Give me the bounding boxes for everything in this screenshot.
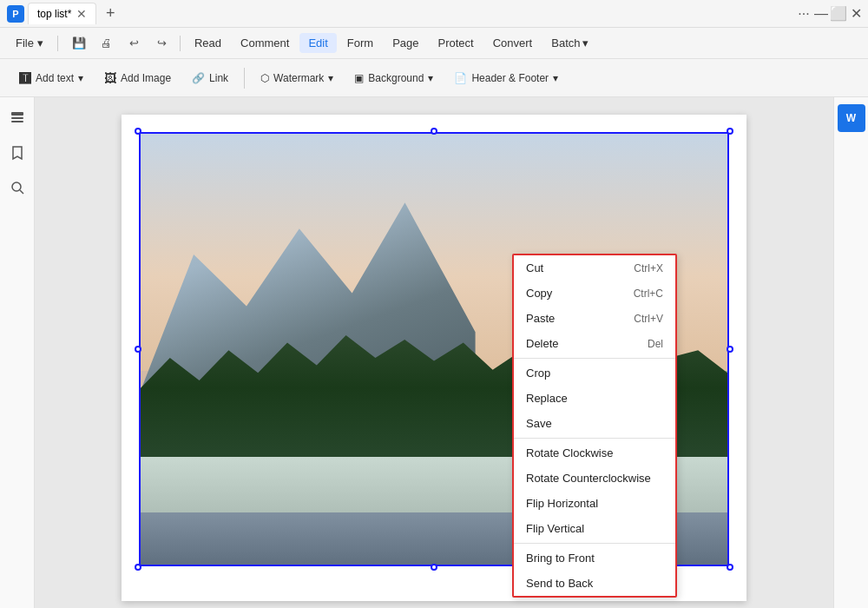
link-button[interactable]: 🔗 Link	[183, 68, 237, 89]
tab-label: top list*	[37, 8, 71, 20]
ctx-item-label: Rotate Clockwise	[526, 446, 613, 459]
handle-top-center[interactable]	[431, 128, 437, 135]
handle-top-right[interactable]	[727, 128, 733, 135]
context-menu-item-replace[interactable]: Replace	[514, 386, 675, 411]
window-menu-button[interactable]: ···	[799, 9, 809, 19]
context-menu-item-cut[interactable]: CutCtrl+X	[514, 255, 675, 281]
ctx-item-label: Paste	[526, 312, 555, 325]
svg-rect-2	[11, 121, 23, 122]
context-menu-item-rotate-counterclockwise[interactable]: Rotate Counterclockwise	[514, 466, 675, 491]
menu-edit[interactable]: Edit	[299, 33, 336, 53]
ctx-item-label: Flip Horizontal	[526, 497, 598, 510]
context-menu-item-flip-horizontal[interactable]: Flip Horizontal	[514, 491, 675, 516]
svg-point-3	[12, 182, 21, 191]
ctx-item-label: Crop	[526, 367, 550, 380]
ctx-item-label: Copy	[526, 287, 552, 300]
svg-rect-0	[11, 112, 23, 116]
menu-separator	[57, 36, 58, 51]
redo-icon[interactable]: ↪	[150, 31, 174, 56]
handle-bot-right[interactable]	[727, 564, 733, 571]
maximize-button[interactable]: ⬜	[833, 9, 844, 19]
menu-comment[interactable]: Comment	[232, 33, 298, 53]
menu-batch[interactable]: Batch ▾	[542, 33, 597, 53]
watermark-icon: ⬡	[260, 72, 269, 84]
tab-close-button[interactable]: ✕	[76, 7, 87, 21]
handle-top-left[interactable]	[135, 128, 141, 135]
menu-file[interactable]: File ▾	[7, 33, 52, 53]
window-controls: ··· — ⬜ ✕	[799, 9, 861, 19]
left-sidebar	[0, 97, 35, 608]
active-tab[interactable]: top list* ✕	[28, 3, 96, 24]
handle-bot-center[interactable]	[431, 564, 437, 571]
ctx-separator	[514, 543, 675, 544]
handle-bot-left[interactable]	[135, 564, 141, 571]
close-button[interactable]: ✕	[851, 9, 861, 19]
word-panel-button[interactable]: W	[838, 104, 865, 132]
context-menu-item-crop[interactable]: Crop	[514, 360, 675, 386]
save-icon[interactable]: 💾	[67, 31, 91, 56]
svg-line-4	[20, 190, 23, 194]
handle-mid-right[interactable]	[727, 346, 733, 353]
context-menu-item-rotate-clockwise[interactable]: Rotate Clockwise	[514, 440, 675, 466]
ctx-item-shortcut: Ctrl+X	[634, 262, 663, 274]
header-footer-button[interactable]: 📄 Header & Footer ▾	[445, 68, 567, 89]
background-button[interactable]: ▣ Background ▾	[345, 68, 442, 89]
app-icon: P	[7, 5, 24, 23]
menu-page[interactable]: Page	[384, 33, 427, 53]
ctx-item-label: Cut	[526, 261, 543, 274]
menu-bar: File ▾ 💾 🖨 ↩ ↪ Read Comment Edit Form Pa…	[0, 28, 868, 59]
canvas-area: CutCtrl+XCopyCtrl+CPasteCtrl+VDeleteDelC…	[35, 97, 833, 608]
ctx-item-label: Rotate Counterclockwise	[526, 472, 651, 485]
ctx-item-label: Bring to Front	[526, 552, 595, 565]
context-menu-item-send-to-back[interactable]: Send to Back	[514, 571, 675, 596]
context-menu-item-bring-to-front[interactable]: Bring to Front	[514, 545, 675, 571]
print-icon[interactable]: 🖨	[95, 31, 119, 56]
context-menu-item-paste[interactable]: PasteCtrl+V	[514, 306, 675, 331]
ctx-separator	[514, 358, 675, 359]
ctx-item-shortcut: Ctrl+C	[634, 287, 663, 300]
ctx-item-label: Flip Vertical	[526, 522, 584, 535]
title-bar: P top list* ✕ + ··· — ⬜ ✕	[0, 0, 868, 28]
right-sidebar: W	[833, 97, 868, 608]
watermark-button[interactable]: ⬡ Watermark ▾	[252, 68, 342, 89]
toolbar: 🆃 Add text ▾ 🖼 Add Image 🔗 Link ⬡ Waterm…	[0, 59, 868, 97]
toolbar-separator-1	[244, 68, 245, 89]
pages-icon[interactable]	[3, 104, 31, 132]
menu-separator-2	[180, 36, 181, 51]
ctx-item-shortcut: Del	[648, 338, 663, 350]
menu-convert[interactable]: Convert	[484, 33, 542, 53]
main-area: CutCtrl+XCopyCtrl+CPasteCtrl+VDeleteDelC…	[0, 97, 868, 608]
undo-icon[interactable]: ↩	[122, 31, 147, 56]
search-icon[interactable]	[3, 174, 31, 202]
menu-read[interactable]: Read	[186, 33, 230, 53]
ctx-separator	[514, 438, 675, 439]
context-menu-item-save[interactable]: Save	[514, 411, 675, 436]
menu-form[interactable]: Form	[339, 33, 382, 53]
context-menu: CutCtrl+XCopyCtrl+CPasteCtrl+VDeleteDelC…	[512, 254, 677, 598]
bookmark-icon[interactable]	[3, 139, 31, 167]
ctx-item-label: Delete	[526, 337, 559, 350]
menu-protect[interactable]: Protect	[430, 33, 483, 53]
add-image-button[interactable]: 🖼 Add Image	[95, 67, 180, 89]
quick-icons: 💾 🖨 ↩ ↪	[67, 31, 174, 56]
ctx-item-shortcut: Ctrl+V	[634, 313, 663, 325]
handle-mid-left[interactable]	[135, 346, 141, 353]
background-icon: ▣	[354, 72, 364, 84]
context-menu-item-flip-vertical[interactable]: Flip Vertical	[514, 516, 675, 541]
page-container: CutCtrl+XCopyCtrl+CPasteCtrl+VDeleteDelC…	[122, 115, 746, 601]
svg-rect-1	[11, 117, 23, 119]
ctx-item-label: Save	[526, 417, 552, 430]
new-tab-button[interactable]: +	[100, 3, 121, 24]
ctx-item-label: Replace	[526, 392, 568, 405]
add-text-icon: 🆃	[19, 71, 31, 85]
ctx-item-label: Send to Back	[526, 577, 593, 590]
header-footer-icon: 📄	[454, 72, 467, 84]
context-menu-item-delete[interactable]: DeleteDel	[514, 331, 675, 356]
add-text-button[interactable]: 🆃 Add text ▾	[10, 67, 92, 89]
add-image-icon: 🖼	[104, 71, 116, 85]
context-menu-item-copy[interactable]: CopyCtrl+C	[514, 281, 675, 306]
link-icon: 🔗	[192, 72, 205, 84]
minimize-button[interactable]: —	[816, 9, 826, 19]
